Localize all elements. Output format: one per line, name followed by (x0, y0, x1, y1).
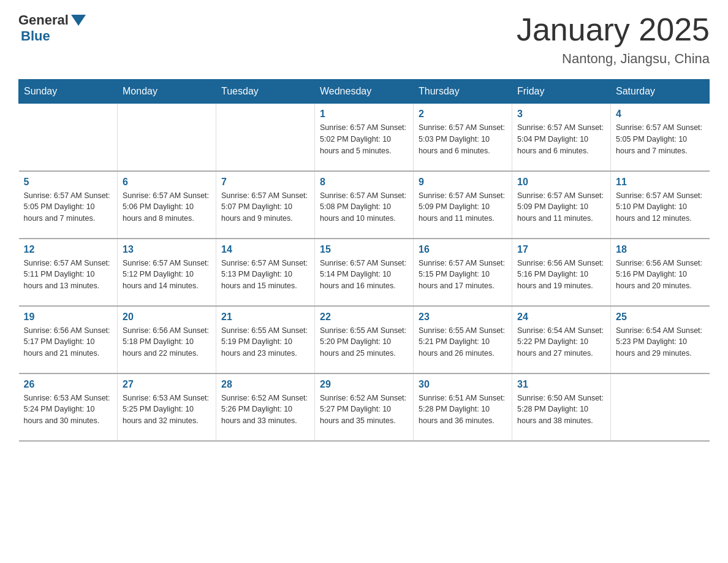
day-number: 17 (517, 244, 605, 255)
calendar-cell: 3Sunrise: 6:57 AM Sunset: 5:04 PM Daylig… (512, 104, 611, 171)
calendar-week-row: 26Sunrise: 6:53 AM Sunset: 5:24 PM Dayli… (19, 373, 710, 441)
calendar-header-thursday: Thursday (414, 80, 512, 104)
calendar-cell: 21Sunrise: 6:55 AM Sunset: 5:19 PM Dayli… (216, 306, 315, 373)
calendar-cell: 26Sunrise: 6:53 AM Sunset: 5:24 PM Dayli… (19, 373, 118, 441)
calendar-table: SundayMondayTuesdayWednesdayThursdayFrid… (18, 79, 710, 442)
title-block: January 2025 Nantong, Jiangsu, China (517, 12, 710, 67)
logo-arrow-icon (71, 15, 86, 26)
calendar-cell: 24Sunrise: 6:54 AM Sunset: 5:22 PM Dayli… (512, 306, 611, 373)
calendar-header-sunday: Sunday (19, 80, 118, 104)
calendar-cell: 4Sunrise: 6:57 AM Sunset: 5:05 PM Daylig… (611, 104, 710, 171)
day-number: 26 (24, 379, 113, 390)
day-number: 25 (616, 312, 705, 323)
calendar-week-row: 12Sunrise: 6:57 AM Sunset: 5:11 PM Dayli… (19, 239, 710, 306)
day-info: Sunrise: 6:57 AM Sunset: 5:07 PM Dayligh… (221, 190, 309, 224)
day-info: Sunrise: 6:50 AM Sunset: 5:28 PM Dayligh… (517, 393, 605, 427)
day-info: Sunrise: 6:56 AM Sunset: 5:18 PM Dayligh… (123, 325, 211, 359)
day-info: Sunrise: 6:57 AM Sunset: 5:14 PM Dayligh… (320, 258, 408, 292)
page-header: General Blue January 2025 Nantong, Jiang… (18, 12, 710, 67)
day-info: Sunrise: 6:57 AM Sunset: 5:10 PM Dayligh… (616, 190, 705, 224)
calendar-cell: 16Sunrise: 6:57 AM Sunset: 5:15 PM Dayli… (414, 239, 512, 306)
day-number: 9 (419, 177, 507, 188)
calendar-title: January 2025 (517, 12, 710, 47)
calendar-week-row: 19Sunrise: 6:56 AM Sunset: 5:17 PM Dayli… (19, 306, 710, 373)
calendar-header-friday: Friday (512, 80, 611, 104)
day-info: Sunrise: 6:51 AM Sunset: 5:28 PM Dayligh… (419, 393, 507, 427)
calendar-cell (611, 373, 710, 441)
logo: General Blue (18, 12, 86, 44)
calendar-cell: 13Sunrise: 6:57 AM Sunset: 5:12 PM Dayli… (118, 239, 216, 306)
day-number: 2 (419, 109, 507, 120)
day-info: Sunrise: 6:57 AM Sunset: 5:02 PM Dayligh… (320, 122, 408, 156)
calendar-cell: 19Sunrise: 6:56 AM Sunset: 5:17 PM Dayli… (19, 306, 118, 373)
day-number: 3 (517, 109, 605, 120)
day-info: Sunrise: 6:57 AM Sunset: 5:15 PM Dayligh… (419, 258, 507, 292)
calendar-cell: 9Sunrise: 6:57 AM Sunset: 5:09 PM Daylig… (414, 171, 512, 239)
calendar-cell (216, 104, 315, 171)
day-info: Sunrise: 6:57 AM Sunset: 5:12 PM Dayligh… (123, 258, 211, 292)
calendar-week-row: 5Sunrise: 6:57 AM Sunset: 5:05 PM Daylig… (19, 171, 710, 239)
day-info: Sunrise: 6:54 AM Sunset: 5:22 PM Dayligh… (517, 325, 605, 359)
day-number: 6 (123, 177, 211, 188)
calendar-cell: 30Sunrise: 6:51 AM Sunset: 5:28 PM Dayli… (414, 373, 512, 441)
calendar-header-wednesday: Wednesday (315, 80, 414, 104)
calendar-cell: 10Sunrise: 6:57 AM Sunset: 5:09 PM Dayli… (512, 171, 611, 239)
day-number: 20 (123, 312, 211, 323)
day-number: 18 (616, 244, 705, 255)
calendar-cell: 7Sunrise: 6:57 AM Sunset: 5:07 PM Daylig… (216, 171, 315, 239)
day-number: 31 (517, 379, 605, 390)
day-number: 11 (616, 177, 705, 188)
calendar-cell: 1Sunrise: 6:57 AM Sunset: 5:02 PM Daylig… (315, 104, 414, 171)
calendar-header-saturday: Saturday (611, 80, 710, 104)
logo-general-text: General (18, 12, 69, 28)
calendar-subtitle: Nantong, Jiangsu, China (517, 51, 710, 67)
calendar-header-row: SundayMondayTuesdayWednesdayThursdayFrid… (19, 80, 710, 104)
day-number: 14 (221, 244, 309, 255)
day-number: 12 (24, 244, 113, 255)
day-number: 8 (320, 177, 408, 188)
day-number: 24 (517, 312, 605, 323)
day-info: Sunrise: 6:57 AM Sunset: 5:04 PM Dayligh… (517, 122, 605, 156)
day-number: 16 (419, 244, 507, 255)
day-info: Sunrise: 6:57 AM Sunset: 5:05 PM Dayligh… (24, 190, 113, 224)
day-info: Sunrise: 6:55 AM Sunset: 5:20 PM Dayligh… (320, 325, 408, 359)
day-info: Sunrise: 6:56 AM Sunset: 5:16 PM Dayligh… (517, 258, 605, 292)
day-number: 23 (419, 312, 507, 323)
calendar-cell: 15Sunrise: 6:57 AM Sunset: 5:14 PM Dayli… (315, 239, 414, 306)
day-info: Sunrise: 6:57 AM Sunset: 5:11 PM Dayligh… (24, 258, 113, 292)
calendar-cell: 2Sunrise: 6:57 AM Sunset: 5:03 PM Daylig… (414, 104, 512, 171)
day-number: 7 (221, 177, 309, 188)
calendar-cell: 18Sunrise: 6:56 AM Sunset: 5:16 PM Dayli… (611, 239, 710, 306)
day-info: Sunrise: 6:57 AM Sunset: 5:05 PM Dayligh… (616, 122, 705, 156)
day-number: 1 (320, 109, 408, 120)
calendar-header-tuesday: Tuesday (216, 80, 315, 104)
day-info: Sunrise: 6:57 AM Sunset: 5:09 PM Dayligh… (517, 190, 605, 224)
day-number: 13 (123, 244, 211, 255)
calendar-cell: 22Sunrise: 6:55 AM Sunset: 5:20 PM Dayli… (315, 306, 414, 373)
day-info: Sunrise: 6:56 AM Sunset: 5:17 PM Dayligh… (24, 325, 113, 359)
calendar-cell: 11Sunrise: 6:57 AM Sunset: 5:10 PM Dayli… (611, 171, 710, 239)
calendar-header-monday: Monday (118, 80, 216, 104)
day-info: Sunrise: 6:53 AM Sunset: 5:25 PM Dayligh… (123, 393, 211, 427)
calendar-cell: 6Sunrise: 6:57 AM Sunset: 5:06 PM Daylig… (118, 171, 216, 239)
calendar-cell: 29Sunrise: 6:52 AM Sunset: 5:27 PM Dayli… (315, 373, 414, 441)
calendar-cell: 5Sunrise: 6:57 AM Sunset: 5:05 PM Daylig… (19, 171, 118, 239)
day-info: Sunrise: 6:56 AM Sunset: 5:16 PM Dayligh… (616, 258, 705, 292)
calendar-cell: 25Sunrise: 6:54 AM Sunset: 5:23 PM Dayli… (611, 306, 710, 373)
day-info: Sunrise: 6:57 AM Sunset: 5:08 PM Dayligh… (320, 190, 408, 224)
calendar-cell: 27Sunrise: 6:53 AM Sunset: 5:25 PM Dayli… (118, 373, 216, 441)
day-info: Sunrise: 6:53 AM Sunset: 5:24 PM Dayligh… (24, 393, 113, 427)
day-info: Sunrise: 6:57 AM Sunset: 5:09 PM Dayligh… (419, 190, 507, 224)
calendar-week-row: 1Sunrise: 6:57 AM Sunset: 5:02 PM Daylig… (19, 104, 710, 171)
day-info: Sunrise: 6:57 AM Sunset: 5:13 PM Dayligh… (221, 258, 309, 292)
calendar-cell: 8Sunrise: 6:57 AM Sunset: 5:08 PM Daylig… (315, 171, 414, 239)
calendar-cell: 12Sunrise: 6:57 AM Sunset: 5:11 PM Dayli… (19, 239, 118, 306)
logo-blue-text: Blue (21, 28, 50, 44)
day-number: 19 (24, 312, 113, 323)
day-info: Sunrise: 6:52 AM Sunset: 5:27 PM Dayligh… (320, 393, 408, 427)
calendar-cell (19, 104, 118, 171)
day-number: 21 (221, 312, 309, 323)
calendar-cell: 23Sunrise: 6:55 AM Sunset: 5:21 PM Dayli… (414, 306, 512, 373)
day-info: Sunrise: 6:55 AM Sunset: 5:19 PM Dayligh… (221, 325, 309, 359)
calendar-cell: 14Sunrise: 6:57 AM Sunset: 5:13 PM Dayli… (216, 239, 315, 306)
